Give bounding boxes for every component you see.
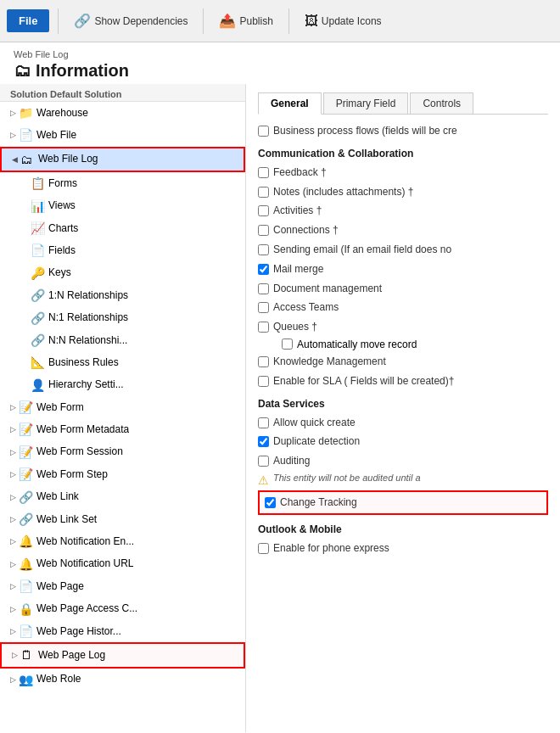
activities-label: Activities †	[273, 204, 322, 218]
sidebar-item-1n-rel[interactable]: 🔗 1:N Relationships	[0, 284, 245, 306]
auto-move-label: Automatically move record	[297, 339, 417, 350]
sidebar-item-web-file-log[interactable]: ◀ 🗂 Web File Log	[0, 147, 245, 172]
auto-move-row: Automatically move record	[258, 339, 548, 350]
notes-checkbox[interactable]	[258, 187, 269, 198]
auditing-row: Auditing	[258, 453, 548, 469]
page-title-icon: 🗂	[14, 61, 31, 81]
sending-email-checkbox[interactable]	[258, 244, 269, 255]
show-dependencies-button[interactable]: 🔗 Show Dependencies	[67, 9, 194, 32]
change-tracking-label: Change Tracking	[280, 495, 357, 510]
label-web-page: Web Page	[36, 579, 84, 595]
update-icons-icon: 🖼	[305, 14, 318, 29]
dependencies-icon: 🔗	[74, 13, 91, 29]
sidebar-item-web-form[interactable]: ▷ 📝 Web Form	[0, 396, 245, 418]
sidebar-item-web-notif-url[interactable]: ▷ 🔔 Web Notification URL	[0, 553, 245, 575]
tab-primary-field[interactable]: Primary Field	[323, 92, 409, 114]
sidebar-item-nn-rel[interactable]: 🔗 N:N Relationshi...	[0, 329, 245, 351]
label-biz: Business Rules	[48, 355, 119, 371]
file-button[interactable]: File	[7, 9, 49, 32]
icon-web-form: 📝	[19, 398, 34, 417]
icon-web-form-session: 📝	[19, 443, 34, 462]
label-nn: N:N Relationshi...	[48, 333, 127, 349]
sidebar-item-n1-rel[interactable]: 🔗 N:1 Relationships	[0, 307, 245, 329]
feedback-checkbox[interactable]	[258, 167, 269, 178]
biz-process-flows-checkbox[interactable]	[258, 126, 269, 137]
queues-checkbox[interactable]	[258, 322, 269, 333]
audit-warning-text: This entity will not be audited until a	[273, 473, 421, 483]
sidebar-item-forms[interactable]: 📋 Forms	[0, 172, 245, 194]
icon-web-page-history: 📄	[19, 622, 34, 641]
connections-label: Connections †	[273, 223, 339, 238]
sidebar-item-web-role[interactable]: ▷ 👥 Web Role	[0, 669, 245, 691]
mail-merge-checkbox[interactable]	[258, 264, 269, 275]
sidebar-item-web-file[interactable]: ▷ 📄 Web File	[0, 124, 245, 146]
label-keys: Keys	[48, 265, 71, 281]
icon-charts: 📈	[31, 219, 46, 238]
label-warehouse: Warehouse	[36, 105, 88, 121]
tab-general[interactable]: General	[258, 92, 322, 115]
doc-mgmt-checkbox[interactable]	[258, 283, 269, 294]
icon-forms: 📋	[31, 174, 46, 193]
activities-checkbox[interactable]	[258, 205, 269, 216]
arrow-web-notif-url: ▷	[7, 558, 19, 570]
label-fields: Fields	[48, 243, 76, 259]
change-tracking-checkbox[interactable]	[265, 497, 276, 508]
enable-sla-label: Enable for SLA ( Fields will be created)…	[273, 374, 454, 389]
label-web-form-meta: Web Form Metadata	[36, 422, 129, 438]
sidebar-item-web-page-access[interactable]: ▷ 🔒 Web Page Access C...	[0, 598, 245, 620]
phone-express-checkbox[interactable]	[258, 543, 269, 554]
auditing-checkbox[interactable]	[258, 456, 269, 467]
knowledge-mgmt-checkbox[interactable]	[258, 356, 269, 367]
sidebar-item-web-form-step[interactable]: ▷ 📝 Web Form Step	[0, 463, 245, 485]
sidebar-item-warehouse[interactable]: ▷ 📁 Warehouse	[0, 102, 245, 124]
dup-detect-checkbox[interactable]	[258, 436, 269, 447]
enable-sla-checkbox[interactable]	[258, 376, 269, 387]
publish-button[interactable]: 📤 Publish	[212, 9, 279, 32]
auto-move-checkbox[interactable]	[282, 339, 293, 350]
sidebar-item-web-link-set[interactable]: ▷ 🔗 Web Link Set	[0, 508, 245, 530]
feedback-label: Feedback †	[273, 165, 327, 180]
main-content: Solution Default Solution ▷ 📁 Warehouse …	[0, 84, 560, 732]
sidebar-item-keys[interactable]: 🔑 Keys	[0, 262, 245, 284]
label-web-file: Web File	[36, 127, 76, 143]
arrow-web-page: ▷	[7, 580, 19, 592]
sidebar-item-charts[interactable]: 📈 Charts	[0, 217, 245, 239]
arrow-web-page-access: ▷	[7, 603, 19, 615]
sidebar-item-web-page-history[interactable]: ▷ 📄 Web Page Histor...	[0, 620, 245, 642]
page-title: 🗂 Information	[14, 61, 546, 81]
sidebar-item-hierarchy[interactable]: 👤 Hierarchy Setti...	[0, 374, 245, 396]
label-charts: Charts	[48, 221, 78, 237]
sidebar-item-web-form-meta[interactable]: ▷ 📝 Web Form Metadata	[0, 418, 245, 440]
sidebar-item-web-page-log[interactable]: ▷ 🗒 Web Page Log	[0, 642, 245, 668]
label-web-form: Web Form	[36, 400, 84, 416]
sidebar-item-views[interactable]: 📊 Views	[0, 195, 245, 217]
mail-merge-row: Mail merge	[258, 261, 548, 277]
sidebar-item-web-page[interactable]: ▷ 📄 Web Page	[0, 575, 245, 597]
allow-quick-create-checkbox[interactable]	[258, 417, 269, 428]
sidebar-item-fields[interactable]: 📄 Fields	[0, 239, 245, 261]
arrow-web-link-set: ▷	[7, 513, 19, 525]
label-web-page-history: Web Page Histor...	[36, 624, 121, 640]
show-deps-label: Show Dependencies	[94, 15, 188, 27]
sidebar-item-web-form-session[interactable]: ▷ 📝 Web Form Session	[0, 441, 245, 463]
sidebar-item-web-link[interactable]: ▷ 🔗 Web Link	[0, 486, 245, 508]
sidebar: Solution Default Solution ▷ 📁 Warehouse …	[0, 84, 246, 732]
toolbar: File 🔗 Show Dependencies 📤 Publish 🖼 Upd…	[0, 0, 560, 42]
sidebar-section-title: Solution Default Solution	[0, 84, 245, 102]
phone-express-row: Enable for phone express	[258, 540, 548, 557]
icon-web-notif-url: 🔔	[19, 555, 34, 574]
separator-3	[288, 8, 289, 34]
sidebar-item-biz-rules[interactable]: 📐 Business Rules	[0, 351, 245, 373]
update-icons-button[interactable]: 🖼 Update Icons	[298, 10, 389, 32]
icon-n1: 🔗	[31, 309, 46, 327]
arrow-web-page-log: ▷	[8, 649, 20, 661]
icon-views: 📊	[31, 197, 46, 215]
feedback-row: Feedback †	[258, 165, 548, 181]
doc-mgmt-row: Document management	[258, 281, 548, 297]
connections-checkbox[interactable]	[258, 225, 269, 236]
access-teams-checkbox[interactable]	[258, 302, 269, 313]
icon-web-form-step: 📝	[19, 465, 34, 484]
sidebar-item-web-notif-en[interactable]: ▷ 🔔 Web Notification En...	[0, 530, 245, 552]
tab-controls[interactable]: Controls	[410, 92, 473, 114]
page-header: Web File Log 🗂 Information	[0, 42, 560, 84]
